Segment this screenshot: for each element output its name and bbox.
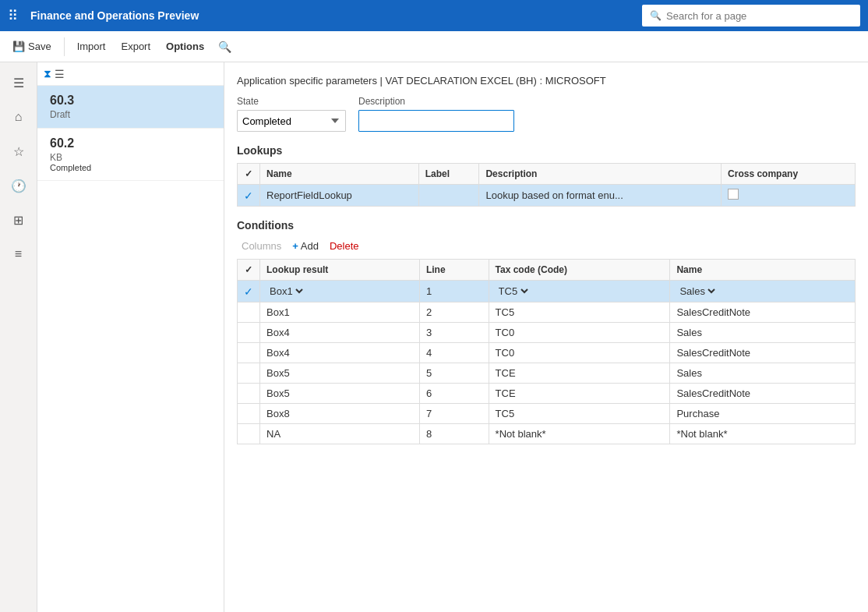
lookups-row-1-name: ReportFieldLookup [260,185,419,207]
conditions-row-2-tax-code: TC5 [489,302,670,323]
main-layout: ☰ ⌂ ☆ 🕐 ⊞ ≡ ⧗ ☰ 60.3 Draft 60.2 KB Compl… [0,62,868,612]
toolbar-search-icon[interactable]: 🔍 [213,37,236,56]
conditions-row-5[interactable]: Box55TCESales [238,363,856,384]
conditions-row-6-lookup-result: Box5 [260,384,420,404]
side-nav: ☰ ⌂ ☆ 🕐 ⊞ ≡ [0,62,37,612]
list-panel-header: ⧗ ☰ [37,62,224,86]
conditions-row-1-check: ✓ [238,281,260,302]
save-button[interactable]: 💾 Save [6,37,58,55]
form-row: State Completed Draft Pending Descriptio… [237,96,856,132]
conditions-row-7[interactable]: Box87TC5Purchase [238,404,856,424]
nav-recent[interactable]: 🕐 [5,172,33,200]
conditions-col-check: ✓ [238,260,260,281]
conditions-section: Conditions Columns + Add Delete ✓ Lookup [237,219,856,444]
cross-company-checkbox[interactable] [728,189,739,200]
conditions-row-6-tax-code: TCE [489,384,670,404]
conditions-row-8-line: 8 [419,424,489,444]
conditions-row-6-name: SalesCreditNote [670,384,856,404]
list-item-2-title: 60.2 [50,136,211,150]
conditions-row-4[interactable]: Box44TC0SalesCreditNote [238,343,856,363]
conditions-row-4-check [238,343,260,363]
conditions-row-8[interactable]: NA8*Not blank**Not blank* [238,424,856,444]
conditions-row-5-line: 5 [419,363,489,384]
conditions-row-4-name: SalesCreditNote [670,343,856,363]
conditions-row-2-check [238,302,260,323]
lookups-table: ✓ Name Label Description Cross company ✓… [237,163,856,207]
conditions-row-7-name: Purchase [670,404,856,424]
nav-hamburger[interactable]: ☰ [5,69,33,97]
description-label: Description [358,96,514,107]
conditions-row-3[interactable]: Box43TC0Sales [238,323,856,343]
conditions-row-1-line: 1 [419,281,489,302]
conditions-row-7-check [238,404,260,424]
search-input[interactable] [666,10,852,22]
delete-label: Delete [330,240,359,252]
lookups-row-1[interactable]: ✓ ReportFieldLookup Lookup based on form… [238,185,856,207]
add-button[interactable]: + Add [288,238,323,254]
conditions-row-7-tax-code: TC5 [489,404,670,424]
filter-icon[interactable]: ⧗ [44,67,51,80]
conditions-row-5-name: Sales [670,363,856,384]
conditions-title: Conditions [237,219,856,232]
conditions-row-4-line: 4 [419,343,489,363]
app-grid-icon[interactable]: ⠿ [8,7,18,24]
description-input[interactable] [358,110,514,132]
lookups-header-row: ✓ Name Label Description Cross company [238,164,856,185]
nav-home[interactable]: ⌂ [5,103,33,131]
conditions-row-1-lookup-select[interactable]: Box1 [266,285,305,298]
conditions-table: ✓ Lookup result Line Tax code (Code) Nam… [237,259,856,444]
content-area: Application specific parameters | VAT DE… [224,62,868,612]
conditions-row-8-lookup-result: NA [260,424,420,444]
breadcrumb: Application specific parameters | VAT DE… [237,75,856,87]
import-label: Import [77,41,106,52]
options-label: Options [166,41,204,52]
conditions-row-1-tax-code: TC5 [489,281,670,302]
lookups-row-1-cross-company[interactable] [722,185,856,207]
conditions-row-4-tax-code: TC0 [489,343,670,363]
conditions-row-1-name-select[interactable]: Sales [676,285,718,298]
conditions-row-2-line: 2 [419,302,489,323]
delete-button[interactable]: Delete [325,238,364,254]
list-item-2[interactable]: 60.2 KB Completed [37,129,224,181]
lookups-col-check: ✓ [238,164,260,185]
conditions-row-1-tax-code-select[interactable]: TC5 [496,285,531,298]
description-form-group: Description [358,96,514,132]
lookups-row-1-description: Lookup based on format enu... [479,185,722,207]
list-item-1[interactable]: 60.3 Draft [37,86,224,129]
export-label: Export [121,41,150,52]
nav-workspaces[interactable]: ⊞ [5,206,33,234]
conditions-row-2[interactable]: Box12TC5SalesCreditNote [238,302,856,323]
state-select[interactable]: Completed Draft Pending [237,110,346,132]
conditions-row-2-name: SalesCreditNote [670,302,856,323]
nav-modules[interactable]: ≡ [5,240,33,268]
list-item-2-tag: Completed [50,163,211,172]
options-button[interactable]: Options [160,37,210,55]
export-button[interactable]: Export [115,37,157,55]
conditions-row-8-check [238,424,260,444]
conditions-row-5-tax-code: TCE [489,363,670,384]
conditions-col-name: Name [670,260,856,281]
lookups-col-label: Label [418,164,479,185]
conditions-row-3-check [238,323,260,343]
lookups-row-1-label [418,185,479,207]
columns-button[interactable]: Columns [237,238,286,254]
save-icon: 💾 [12,41,25,52]
conditions-row-8-tax-code: *Not blank* [489,424,670,444]
conditions-row-5-lookup-result: Box5 [260,363,420,384]
conditions-row-1[interactable]: ✓Box11TC5Sales [238,281,856,302]
state-form-group: State Completed Draft Pending [237,96,346,132]
conditions-row-3-tax-code: TC0 [489,323,670,343]
conditions-row-3-name: Sales [670,323,856,343]
import-button[interactable]: Import [71,37,112,55]
conditions-col-tax-code: Tax code (Code) [489,260,670,281]
lookups-row-1-check: ✓ [238,185,260,207]
list-menu-icon[interactable]: ☰ [55,68,65,80]
conditions-row-6[interactable]: Box56TCESalesCreditNote [238,384,856,404]
add-plus-icon: + [292,240,298,252]
top-bar: ⠿ Finance and Operations Preview 🔍 [0,0,868,31]
nav-favorites[interactable]: ☆ [5,137,33,165]
conditions-row-4-lookup-result: Box4 [260,343,420,363]
add-label: Add [301,240,319,252]
conditions-row-2-lookup-result: Box1 [260,302,420,323]
lookups-col-name: Name [260,164,419,185]
